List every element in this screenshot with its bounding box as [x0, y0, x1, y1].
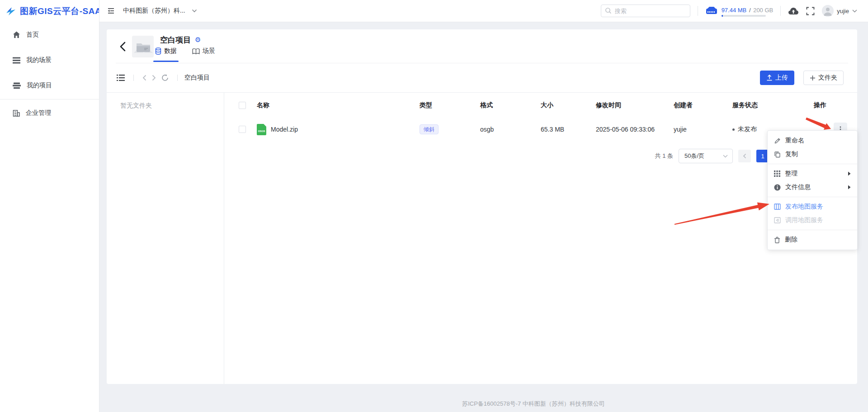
creator-cell: yujie [674, 126, 732, 133]
top-bar: 图新GIS云平台-SAAS 中科图新（苏州）科... [0, 0, 868, 22]
file-table: 名称 类型 格式 大小 修改时间 创建者 服务状态 操作 OSGB Model [224, 93, 857, 384]
search-box [601, 5, 690, 17]
view-list-icon[interactable] [117, 75, 125, 81]
app-root: 图新GIS云平台-SAAS 中科图新（苏州）科... [0, 0, 868, 412]
project-header: 空白项目 ⚙ 数据 [107, 29, 857, 63]
menu-divider [768, 230, 857, 230]
layers-stack-icon [13, 82, 21, 89]
status-text: 未发布 [738, 125, 757, 133]
map-invoke-icon [774, 217, 781, 223]
menu-item-label: 删除 [785, 236, 851, 244]
project-title-row: 空白项目 ⚙ [160, 35, 217, 45]
menu-item-delete[interactable]: 删除 [768, 233, 857, 246]
size-cell: 65.3 MB [541, 126, 596, 133]
column-header-status[interactable]: 服务状态 [732, 101, 814, 109]
new-folder-button[interactable]: 文件夹 [803, 71, 844, 85]
brand-logo-text: 图新GIS云平台-SAAS [20, 5, 99, 17]
info-icon [774, 184, 781, 191]
org-name[interactable]: 中科图新（苏州）科... [123, 7, 185, 15]
user-chevron-down-icon [852, 9, 857, 13]
grid-icon [774, 170, 780, 177]
page-size-select[interactable]: 50条/页 [679, 149, 733, 163]
sidebar-item-enterprise[interactable]: 企业管理 [0, 100, 99, 126]
project-thumbnail[interactable] [132, 36, 154, 57]
menu-item-file-info[interactable]: 文件信息 [768, 180, 857, 194]
file-name[interactable]: Model.zip [271, 126, 298, 133]
column-header-actions: 操作 [814, 101, 857, 109]
avatar [822, 5, 834, 17]
tab-scenes[interactable]: 场景 [190, 47, 217, 58]
back-icon[interactable] [120, 42, 126, 52]
menu-item-copy[interactable]: 复制 [768, 147, 857, 161]
fullscreen-icon[interactable] [806, 7, 815, 15]
footer-text: 苏ICP备16002578号-7 中科图新（苏州）科技有限公司 [462, 400, 605, 408]
column-header-name[interactable]: 名称 [257, 101, 420, 109]
logo[interactable]: 图新GIS云平台-SAAS [0, 0, 99, 22]
storage-info: 97.44 MB / 200 GB [722, 7, 774, 17]
divider [133, 75, 134, 81]
column-header-type[interactable]: 类型 [420, 101, 480, 109]
cloud-upload-icon[interactable] [788, 6, 799, 15]
select-all-checkbox[interactable] [239, 102, 246, 109]
footer: 苏ICP备16002578号-7 中科图新（苏州）科技有限公司 [199, 396, 868, 412]
table-header-row: 名称 类型 格式 大小 修改时间 创建者 服务状态 操作 [224, 93, 857, 118]
gear-icon[interactable]: ⚙ [195, 37, 201, 43]
column-header-creator[interactable]: 创建者 [674, 101, 732, 109]
column-header-format[interactable]: 格式 [480, 101, 541, 109]
content: 暂无文件夹 名称 类型 格式 大小 修改时间 创建者 服务状态 操作 [107, 93, 857, 384]
row-checkbox[interactable] [239, 126, 246, 133]
upload-button-label: 上传 [775, 74, 788, 82]
sidebar-item-label: 我的项目 [27, 81, 52, 90]
menu-divider [768, 197, 857, 197]
modified-cell: 2025-05-06 09:33:06 [596, 126, 674, 133]
divider [177, 75, 178, 81]
breadcrumb[interactable]: 空白项目 [184, 74, 210, 82]
table-row[interactable]: OSGB Model.zip 倾斜 osgb 65.3 MB 2025-05-0… [224, 118, 857, 141]
sidebar-divider [0, 99, 99, 99]
nav-back-icon[interactable] [142, 75, 146, 81]
refresh-icon[interactable] [161, 74, 169, 81]
submenu-caret-icon [848, 171, 851, 176]
user-menu[interactable]: yujie [822, 5, 857, 17]
brand-logo-icon [5, 6, 16, 17]
org-chevron-down-icon[interactable] [192, 9, 197, 13]
upload-button[interactable]: 上传 [760, 71, 794, 85]
status-dot-icon [732, 128, 735, 131]
prev-page-button[interactable] [738, 150, 751, 162]
trash-icon [774, 237, 780, 243]
menu-item-organize[interactable]: 整理 [768, 167, 857, 180]
sidebar-item-home[interactable]: 首页 [0, 22, 99, 47]
database-icon [155, 47, 161, 55]
menu-item-label: 文件信息 [785, 183, 843, 191]
column-header-size[interactable]: 大小 [541, 101, 596, 109]
menu-item-invoke-map-service[interactable]: 调用地图服务 [768, 213, 857, 227]
file-name-cell[interactable]: OSGB Model.zip [257, 124, 420, 135]
sidebar-collapse-icon[interactable] [107, 8, 115, 14]
menu-item-label: 整理 [785, 170, 843, 178]
nav-forward-icon[interactable] [152, 75, 156, 81]
tab-label: 场景 [203, 47, 215, 55]
menu-item-publish-map-service[interactable]: 发布地图服务 [768, 200, 857, 213]
storage-text[interactable]: 97.44 MB / 200 GB [722, 7, 774, 14]
file-icon-label: OSGB [257, 130, 266, 133]
menu-item-label: 重命名 [785, 137, 851, 145]
toolbar: 空白项目 上传 文件夹 [107, 63, 857, 93]
sidebar-item-label: 企业管理 [26, 109, 51, 117]
tab-data[interactable]: 数据 [153, 47, 179, 58]
sidebar-item-my-scenes[interactable]: 我的场景 [0, 47, 99, 73]
page-size-value: 50条/页 [684, 152, 704, 160]
submenu-caret-icon [848, 185, 851, 189]
storage-usage: 97.44 MB / 200 GB [705, 5, 774, 17]
building-icon [13, 110, 20, 117]
divider [698, 6, 698, 16]
menu-item-label: 复制 [785, 150, 851, 158]
osgb-file-icon: OSGB [257, 124, 266, 135]
new-folder-button-label: 文件夹 [818, 74, 837, 82]
main-area: 空白项目 ⚙ 数据 [99, 22, 868, 412]
menu-item-rename[interactable]: 重命名 [768, 134, 857, 147]
storage-progress-bar [722, 15, 766, 17]
search-input[interactable] [601, 5, 690, 17]
column-header-modified[interactable]: 修改时间 [596, 101, 674, 109]
sidebar-item-my-projects[interactable]: 我的项目 [0, 73, 99, 98]
menu-divider [768, 164, 857, 164]
